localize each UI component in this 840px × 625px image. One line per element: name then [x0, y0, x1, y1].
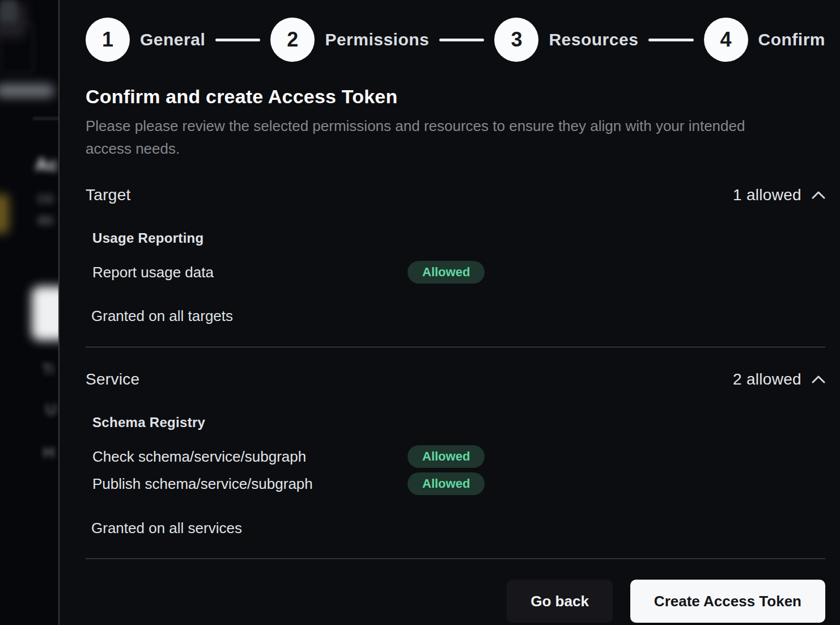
blurred-divider-line — [33, 118, 60, 119]
footer-divider — [86, 558, 825, 559]
permission-group-name: Schema Registry — [92, 415, 825, 430]
step-connector-line — [439, 39, 484, 41]
permission-group-name: Usage Reporting — [92, 230, 825, 246]
blurred-text-fragment: H — [43, 444, 54, 462]
permission-row: Publish schema/service/subgraph Allowed — [92, 472, 825, 495]
section-collapse-toggle[interactable]: 2 allowed — [733, 370, 825, 388]
step-connector-line — [215, 39, 260, 41]
step-permissions[interactable]: 2 Permissions — [270, 18, 429, 62]
step-label: General — [140, 30, 205, 49]
app-root: Ac co as Ti U H 1 General 2 Permissions … — [0, 0, 840, 625]
status-badge: Allowed — [408, 261, 485, 284]
page-description: Please please review the selected permis… — [86, 115, 783, 160]
blurred-yellow-blob — [0, 194, 9, 234]
step-resources[interactable]: 3 Resources — [494, 18, 638, 62]
create-access-token-button[interactable]: Create Access Token — [630, 580, 825, 623]
step-number-circle: 4 — [704, 18, 748, 62]
granted-note: Granted on all services — [91, 520, 825, 537]
permission-row: Check schema/service/subgraph Allowed — [92, 445, 825, 468]
granted-note: Granted on all targets — [91, 307, 825, 325]
section-header-target: Target 1 allowed — [86, 186, 825, 204]
blurred-text-fragment: U — [45, 400, 57, 419]
permission-row: Report usage data Allowed — [92, 261, 825, 284]
blurred-text-fragment: Ti — [42, 361, 54, 378]
permission-label: Check schema/service/subgraph — [92, 448, 408, 466]
blurred-breadcrumb-blob — [0, 84, 54, 98]
chevron-up-icon — [812, 375, 825, 384]
section-header-service: Service 2 allowed — [86, 370, 825, 388]
allowed-count: 1 allowed — [733, 186, 801, 204]
page-title: Confirm and create Access Token — [86, 86, 825, 108]
section-divider — [86, 347, 825, 348]
status-badge: Allowed — [408, 472, 485, 495]
permission-label: Publish schema/service/subgraph — [92, 475, 408, 493]
step-label: Confirm — [758, 30, 826, 49]
section-title: Target — [86, 186, 131, 204]
create-access-token-panel: 1 General 2 Permissions 3 Resources 4 Co… — [60, 0, 840, 625]
step-connector-line — [648, 39, 693, 41]
step-number-circle: 3 — [494, 18, 538, 62]
blurred-heading-fragment: Ac — [35, 154, 58, 175]
wizard-stepper: 1 General 2 Permissions 3 Resources 4 Co… — [86, 18, 825, 62]
blurred-icon-blob — [0, 0, 17, 23]
status-badge: Allowed — [408, 445, 485, 468]
step-confirm[interactable]: 4 Confirm — [704, 18, 826, 62]
step-label: Permissions — [325, 30, 429, 49]
step-number-circle: 1 — [86, 18, 130, 62]
section-collapse-toggle[interactable]: 1 allowed — [733, 186, 825, 204]
blurred-text-fragment: as — [37, 211, 54, 229]
step-label: Resources — [549, 30, 638, 49]
step-number-circle: 2 — [270, 18, 315, 62]
blurred-white-button-blob — [32, 286, 60, 340]
permission-label: Report usage data — [92, 264, 408, 281]
step-general[interactable]: 1 General — [86, 18, 205, 62]
chevron-up-icon — [812, 191, 825, 200]
blurred-panel-outline — [0, 23, 34, 74]
blurred-text-fragment: co — [37, 189, 54, 207]
go-back-button[interactable]: Go back — [507, 580, 613, 623]
blurred-background-page: Ac co as Ti U H — [0, 0, 60, 625]
footer-actions: Go back Create Access Token — [86, 580, 825, 623]
allowed-count: 2 allowed — [733, 370, 801, 388]
section-title: Service — [86, 370, 139, 388]
